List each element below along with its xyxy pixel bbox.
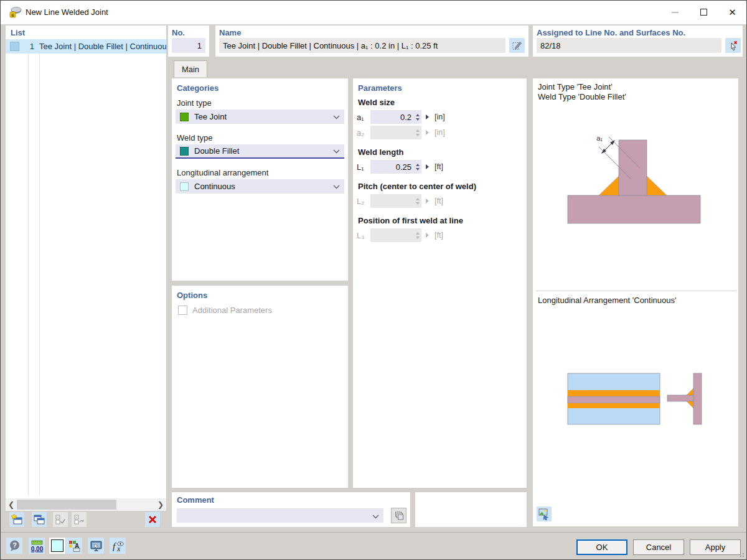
no-panel: No. 1: [168, 26, 209, 57]
a1-symbol: a₁: [357, 113, 370, 122]
maximize-button[interactable]: [690, 1, 718, 24]
longitudinal-arrangement-label: Longitudinal arrangement: [177, 168, 268, 177]
tab-main[interactable]: Main: [174, 60, 207, 77]
check-all-icon: [54, 513, 67, 526]
name-value-field[interactable]: Tee Joint | Double Fillet | Continuous |…: [219, 38, 505, 53]
assigned-value: 82/18: [540, 41, 561, 50]
weld-size-label: Weld size: [358, 98, 395, 107]
l2-unit: [ft]: [435, 197, 443, 205]
copy-graphic-button[interactable]: [537, 506, 552, 521]
scroll-thumb[interactable]: [17, 500, 116, 510]
l1-row: L₁ 0.25 [ft]: [357, 160, 519, 174]
spin-up-icon: [416, 198, 420, 200]
l3-symbol: L₃: [357, 231, 370, 240]
spin-up-icon: [416, 232, 420, 235]
l2-spinner: [413, 194, 421, 208]
new-item-button[interactable]: [9, 512, 24, 527]
close-button[interactable]: ✕: [718, 1, 746, 24]
invert-selection-button: [72, 512, 87, 527]
a2-detail-arrow-icon: [426, 130, 429, 135]
l1-spinner[interactable]: [413, 160, 421, 174]
weld-type-select[interactable]: Double Fillet: [176, 144, 344, 159]
scroll-left-icon[interactable]: ❮: [6, 498, 17, 511]
color-swatch: [51, 539, 63, 552]
l2-symbol: L₂: [357, 197, 370, 206]
item-color-swatch: [10, 42, 19, 51]
column-divider: [28, 39, 29, 496]
apply-button[interactable]: Apply: [690, 539, 741, 555]
no-value: 1: [197, 41, 202, 50]
spin-down-icon: [416, 236, 420, 239]
options-header: Options: [177, 291, 207, 300]
transfer-check-icon: [73, 513, 85, 526]
joint-type-swatch: [180, 113, 189, 121]
assigned-panel: Assigned to Line No. and Surfaces No. 82…: [533, 26, 743, 57]
units-settings-button[interactable]: 0,00: [29, 538, 45, 554]
longitudinal-arrangement-select[interactable]: Continuous: [176, 179, 344, 194]
units-label: 0,00: [31, 545, 43, 552]
formula-button[interactable]: f x: [110, 538, 126, 554]
weld-preview-title: Weld Type 'Double Fillet': [538, 92, 626, 101]
l3-unit: [ft]: [435, 231, 443, 240]
l3-row: L₃ [ft]: [357, 228, 519, 242]
pointer-remove-icon: [728, 40, 739, 51]
l1-detail-arrow-icon[interactable]: [426, 164, 429, 169]
rename-button[interactable]: [509, 38, 525, 53]
assigned-label: Assigned to Line No. and Surfaces No.: [537, 28, 685, 37]
list-item-row[interactable]: 1 Tee Joint | Double Fillet | Continuous…: [6, 39, 166, 54]
svg-text:?: ?: [12, 541, 17, 549]
l1-unit: [ft]: [435, 162, 443, 171]
a1-input[interactable]: 0.2: [370, 110, 421, 124]
delete-x-icon: [148, 515, 157, 525]
pencil-edit-icon: [512, 40, 522, 51]
help-balloon-icon: ?: [8, 539, 21, 553]
l1-input[interactable]: 0.25: [370, 160, 421, 174]
joint-preview-title: Joint Type 'Tee Joint': [538, 82, 613, 91]
weld-type-swatch: [180, 147, 189, 156]
ok-button[interactable]: OK: [576, 539, 627, 555]
item-label: Tee Joint | Double Fillet | Continuous |…: [39, 42, 166, 51]
assigned-value-field[interactable]: 82/18: [537, 38, 721, 53]
resize-grip[interactable]: [738, 551, 744, 557]
joint-color-button[interactable]: [49, 538, 65, 554]
joint-type-label: Joint type: [177, 98, 212, 108]
spin-up-icon: [416, 114, 420, 116]
scroll-right-icon[interactable]: ❯: [155, 498, 166, 511]
list-header: List: [11, 28, 25, 37]
l2-row: L₂ [ft]: [357, 194, 519, 208]
no-value-field[interactable]: 1: [172, 38, 205, 53]
tab-main-label: Main: [182, 65, 199, 74]
screen-view-button[interactable]: [88, 538, 104, 554]
a2-row: a₂ [in]: [357, 126, 519, 139]
fx-eye-icon: f x: [111, 539, 125, 553]
display-properties-button[interactable]: A: [66, 538, 82, 554]
copy-graphic-icon: [538, 508, 550, 520]
l2-detail-arrow-icon: [426, 198, 429, 203]
spin-down-icon: [416, 168, 420, 170]
horizontal-scrollbar[interactable]: ❮ ❯: [6, 498, 166, 511]
joint-type-select[interactable]: Tee Joint: [176, 110, 344, 124]
preview-panel: Joint Type 'Tee Joint' Weld Type 'Double…: [533, 78, 738, 526]
categories-panel: Categories Joint type Tee Joint Weld typ…: [172, 78, 348, 281]
a2-spinner: [413, 126, 421, 139]
comment-panel: Comment: [172, 492, 410, 527]
select-assignment-button[interactable]: [725, 38, 741, 53]
copy-comment-button[interactable]: [391, 508, 406, 523]
tee-joint-diagram: a₁: [568, 134, 700, 223]
cancel-button[interactable]: Cancel: [633, 539, 684, 555]
preview-divider: [536, 291, 736, 291]
copy-item-button[interactable]: [32, 512, 47, 527]
l3-detail-arrow-icon: [426, 233, 429, 238]
parameters-header: Parameters: [358, 83, 402, 93]
a2-input: [370, 126, 421, 139]
spin-down-icon: [416, 118, 420, 121]
a1-detail-arrow-icon[interactable]: [426, 114, 429, 119]
delete-item-button[interactable]: [145, 512, 160, 527]
new-window-icon: [11, 513, 23, 526]
a1-spinner[interactable]: [413, 110, 421, 124]
additional-parameters-label: Additional Parameters: [192, 306, 272, 315]
comment-select[interactable]: [177, 508, 383, 523]
item-number: 1: [19, 42, 34, 51]
continuous-arrangement-diagram: [568, 373, 702, 424]
help-button[interactable]: ?: [6, 538, 22, 554]
